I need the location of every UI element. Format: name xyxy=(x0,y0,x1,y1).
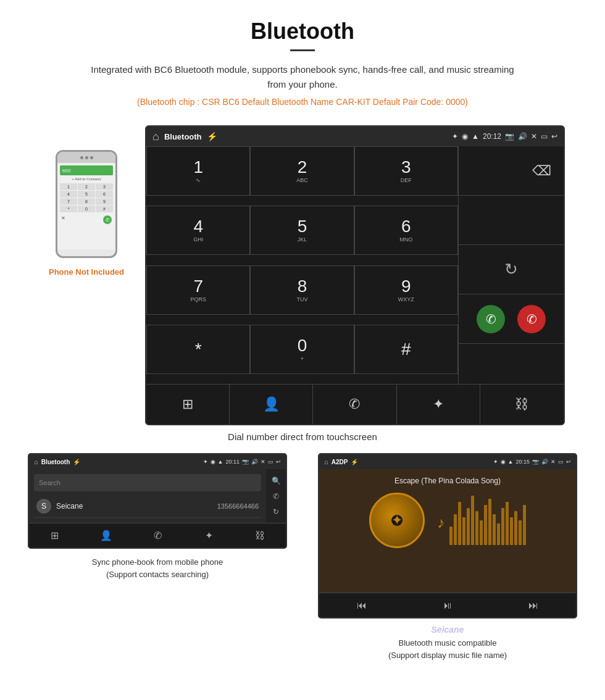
phone-key: 2 xyxy=(78,183,95,190)
key-star[interactable]: * xyxy=(146,325,250,374)
x-icon: ✕ xyxy=(261,459,265,465)
sync-icon-right[interactable]: ↻ xyxy=(273,507,279,516)
eq-bar xyxy=(467,508,470,545)
location-icon-small: ◉ xyxy=(211,459,215,465)
hangup-button[interactable]: ✆ xyxy=(517,305,546,333)
phone-dot xyxy=(85,156,88,159)
key-4[interactable]: 4GHI xyxy=(146,206,250,255)
music-x-icon: ✕ xyxy=(551,459,556,465)
redial-area[interactable]: ↻ xyxy=(459,245,564,294)
main-caption: Dial number direct from touchscreen xyxy=(0,431,605,442)
music-home-icon: ⌂ xyxy=(324,458,328,465)
music-bt-icon-center: ✦ xyxy=(391,512,403,528)
eq-bar xyxy=(475,511,478,545)
phone-key: 5 xyxy=(78,191,95,198)
location-icon: ◉ xyxy=(462,132,468,141)
title-divider xyxy=(290,49,315,51)
redial-icon: ↻ xyxy=(504,260,518,279)
key-8[interactable]: 8TUV xyxy=(250,265,354,315)
key-hash[interactable]: # xyxy=(354,325,458,374)
dial-screen-title: Bluetooth xyxy=(164,132,202,141)
dial-status-bar: ⌂ Bluetooth ⚡ ✦ ◉ ▲ 20:12 📷 🔊 ✕ ▭ ↩ xyxy=(146,127,564,146)
key-2[interactable]: 2ABC xyxy=(250,146,354,196)
phone-key: 9 xyxy=(96,198,113,205)
phonebook-content: Search S Seicane 13566664466 xyxy=(29,469,266,523)
page-header: Bluetooth Integrated with BC6 Bluetooth … xyxy=(0,0,605,125)
home-icon: ⌂ xyxy=(152,130,159,143)
pb-link-btn[interactable]: ⛓ xyxy=(235,523,286,548)
backspace-icon[interactable]: ⌫ xyxy=(532,163,551,179)
phone-dot xyxy=(90,156,93,159)
phonebook-body: Search S Seicane 13566664466 🔍 ✆ ↻ xyxy=(29,469,286,523)
contact-row[interactable]: S Seicane 13566664466 xyxy=(34,495,261,518)
phonebook-status-right: ✦ ◉ ▲ 20:11 📷 🔊 ✕ ▭ ↩ xyxy=(203,459,281,465)
dial-right-panel: ⌫ ↻ ✆ ✆ xyxy=(459,146,564,384)
phonebook-usb-icon: ⚡ xyxy=(73,459,80,465)
phone-call-button[interactable]: ✆ xyxy=(103,215,112,224)
music-prev-btn[interactable]: ⏮ xyxy=(319,593,405,617)
phone-contact-text: + Add to Contacts xyxy=(60,177,113,181)
music-status-bar: ⌂ A2DP ⚡ ✦ ◉ ▲ 20:15 📷 🔊 ✕ ▭ ↩ xyxy=(319,454,576,469)
music-time: 20:15 xyxy=(515,459,530,465)
music-cam-icon: 📷 xyxy=(532,459,539,465)
music-content: ✦ ♪ xyxy=(327,493,569,548)
eq-bar xyxy=(493,514,496,545)
phonebook-bottom-nav: ⊞ 👤 ✆ ✦ ⛓ xyxy=(29,523,286,548)
volume-icon: 🔊 xyxy=(518,132,527,141)
link-nav-button[interactable]: ⛓ xyxy=(480,385,564,424)
key-1[interactable]: 1∿ xyxy=(146,146,250,196)
eq-bar xyxy=(471,496,474,545)
vol-icon: 🔊 xyxy=(251,459,258,465)
phone-key: 7 xyxy=(60,198,77,205)
search-placeholder: Search xyxy=(39,479,60,486)
music-screen: ⌂ A2DP ⚡ ✦ ◉ ▲ 20:15 📷 🔊 ✕ ▭ ↩ Escape xyxy=(318,453,577,619)
eq-bar xyxy=(501,508,504,545)
phone-green-bar: M20 xyxy=(60,165,113,175)
contact-number: 13566664466 xyxy=(217,502,259,510)
contact-avatar: S xyxy=(36,499,51,514)
phone-key: 6 xyxy=(96,191,113,198)
call-log-nav-button[interactable]: ✆ xyxy=(313,385,396,424)
search-icon-right[interactable]: 🔍 xyxy=(272,477,281,485)
phonebook-home-icon: ⌂ xyxy=(34,458,38,465)
key-9[interactable]: 9WXYZ xyxy=(354,265,458,315)
key-5[interactable]: 5JKL xyxy=(250,206,354,255)
seicane-watermark: Seicane xyxy=(432,625,464,635)
phone-not-included-label: Phone Not Included xyxy=(49,267,124,277)
pb-contacts-btn[interactable]: 👤 xyxy=(80,523,131,548)
key-6[interactable]: 6MNO xyxy=(354,206,458,255)
pb-call-btn[interactable]: ✆ xyxy=(131,523,183,548)
music-next-btn[interactable]: ⏭ xyxy=(490,593,576,617)
phonebook-wrap: ⌂ Bluetooth ⚡ ✦ ◉ ▲ 20:11 📷 🔊 ✕ ▭ ↩ xyxy=(19,453,296,661)
phonebook-search-bar[interactable]: Search xyxy=(34,474,261,491)
music-wrap: ⌂ A2DP ⚡ ✦ ◉ ▲ 20:15 📷 🔊 ✕ ▭ ↩ Escape xyxy=(309,453,586,661)
answer-button[interactable]: ✆ xyxy=(477,305,505,333)
equalizer xyxy=(449,496,526,545)
music-status-right: ✦ ◉ ▲ 20:15 📷 🔊 ✕ ▭ ↩ xyxy=(493,459,571,465)
cam-icon: 📷 xyxy=(242,459,249,465)
bt-icon-small: ✦ xyxy=(203,459,208,465)
key-0[interactable]: 0+ xyxy=(250,325,354,374)
music-playpause-btn[interactable]: ⏯ xyxy=(405,593,491,617)
phone-key: * xyxy=(60,206,77,212)
dialpad-nav-button[interactable]: ⊞ xyxy=(146,385,230,424)
key-3[interactable]: 3DEF xyxy=(354,146,458,196)
music-note-icon: ♪ xyxy=(437,514,444,531)
music-loc-icon: ◉ xyxy=(501,459,506,465)
music-vol-icon: 🔊 xyxy=(541,459,548,465)
eq-bar xyxy=(519,520,522,545)
bluetooth-nav-button[interactable]: ✦ xyxy=(397,385,480,424)
call-icon-right[interactable]: ✆ xyxy=(273,492,279,501)
contacts-nav-button[interactable]: 👤 xyxy=(230,385,313,424)
pb-dialpad-btn[interactable]: ⊞ xyxy=(29,523,80,548)
page-title: Bluetooth xyxy=(12,19,593,44)
song-title: Escape (The Pina Colada Song) xyxy=(394,477,501,485)
bottom-screens: ⌂ Bluetooth ⚡ ✦ ◉ ▲ 20:11 📷 🔊 ✕ ▭ ↩ xyxy=(0,453,605,661)
phonebook-caption: Sync phone-book from mobile phone (Suppo… xyxy=(92,556,223,580)
music-full-icon: ▭ xyxy=(558,459,564,465)
eq-bar xyxy=(462,517,465,545)
phonebook-time: 20:11 xyxy=(225,459,240,465)
dial-screen: ⌂ Bluetooth ⚡ ✦ ◉ ▲ 20:12 📷 🔊 ✕ ▭ ↩ 1∿ xyxy=(145,125,565,425)
pb-bt-btn[interactable]: ✦ xyxy=(183,523,235,548)
key-7[interactable]: 7PQRS xyxy=(146,265,250,315)
